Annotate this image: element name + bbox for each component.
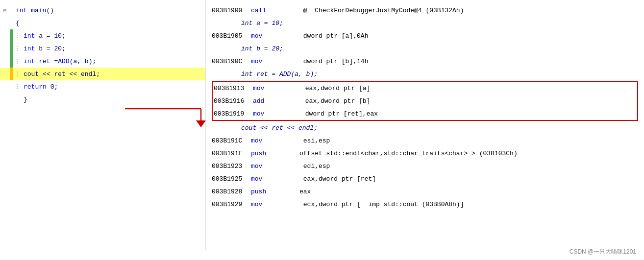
operand-2: dword ptr [a],0Ah <box>280 32 368 40</box>
operand-10: eax,dword ptr [ret] <box>280 175 376 183</box>
addr-1: 003B1900 <box>212 7 251 14</box>
addr-6: 003B1919 <box>214 110 253 118</box>
operand-12: ecx,dword ptr [ imp std::cout (03BB0A8h)… <box>280 201 464 208</box>
watermark: CSDN @一只大喵咪1201 <box>570 248 636 256</box>
line-2-content: { <box>14 17 22 29</box>
asm-src-2: int b = 20; <box>212 42 638 55</box>
code-line-1: ⊟ int main() <box>0 4 205 17</box>
op-10: mov <box>251 175 280 183</box>
asm-line-1: 003B1900 call @__CheckForDebuggerJustMyC… <box>212 4 638 17</box>
asm-line-9: 003B1923 mov edi,esp <box>212 160 638 172</box>
asm-line-4: 003B1913 mov eax,dword ptr [a] <box>214 82 636 95</box>
op-2: mov <box>251 32 280 40</box>
line-3-content: int a = 10; <box>22 29 68 42</box>
code-line-3: int a = 10; <box>0 29 205 42</box>
func-name: main() <box>31 7 54 14</box>
operand-7: esi,esp <box>280 137 330 144</box>
asm-line-8: 003B191E push offset std::endl<char,std:… <box>212 147 638 160</box>
asm-line-5: 003B1916 add eax,dword ptr [b] <box>214 95 636 107</box>
addr-7: 003B191C <box>212 137 251 144</box>
asm-src-1: int a = 10; <box>212 17 638 29</box>
red-arrow <box>125 103 206 130</box>
operand-4: eax,dword ptr [a] <box>282 85 370 92</box>
op-6: mov <box>253 110 282 118</box>
line-6-content: cout << ret << endl; <box>22 68 102 80</box>
code-line-6: cout << ret << endl; <box>0 68 205 80</box>
addr-5: 003B1916 <box>214 97 253 105</box>
addr-2: 003B1905 <box>212 32 251 40</box>
line-4-content: int b = 20; <box>22 42 68 55</box>
op-3: mov <box>251 58 280 65</box>
operand-8: offset std::endl<char,std::char_traits<c… <box>280 150 518 157</box>
code-line-2: { <box>0 17 205 29</box>
op-4: mov <box>253 85 282 92</box>
op-9: mov <box>251 163 280 170</box>
src-text-3: int ret = ADD(a, b); <box>212 71 318 78</box>
right-panel: 003B1900 call @__CheckForDebuggerJustMyC… <box>206 0 644 250</box>
op-7: mov <box>251 137 280 144</box>
asm-line-6: 003B1919 mov dword ptr [ret],eax <box>214 107 636 120</box>
asm-line-7: 003B191C mov esi,esp <box>212 134 638 147</box>
asm-src-3: int ret = ADD(a, b); <box>212 68 638 80</box>
operand-9: edi,esp <box>280 163 330 170</box>
addr-4: 003B1913 <box>214 85 253 92</box>
brace-open: { <box>16 20 20 27</box>
code-line-7: return 0; <box>0 80 205 93</box>
line-5-content: int ret = ADD(a, b); <box>22 55 98 68</box>
asm-src-4: cout << ret << endl; <box>212 121 638 134</box>
addr-12: 003B1929 <box>212 201 251 208</box>
addr-3: 003B190C <box>212 58 251 65</box>
asm-line-11: 003B1928 push eax <box>212 185 638 198</box>
op-1: call <box>251 7 280 14</box>
operand-6: dword ptr [ret],eax <box>282 110 378 118</box>
line-7-content: return 0; <box>22 80 60 93</box>
line-8-content: } <box>22 93 29 106</box>
op-11: push <box>251 188 280 195</box>
op-8: push <box>251 150 280 157</box>
operand-3: dword ptr [b],14h <box>280 58 368 65</box>
code-line-5: int ret = ADD(a, b); <box>0 55 205 68</box>
highlight-box: 003B1913 mov eax,dword ptr [a] 003B1916 … <box>212 81 638 121</box>
left-panel: ⊟ int main() { int a = 10; <box>0 0 206 250</box>
code-line-4: int b = 20; <box>0 42 205 55</box>
op-12: mov <box>251 201 280 208</box>
asm-line-3: 003B190C mov dword ptr [b],14h <box>212 55 638 68</box>
operand-11: eax <box>280 188 311 195</box>
asm-line-10: 003B1925 mov eax,dword ptr [ret] <box>212 172 638 185</box>
main-container: ⊟ int main() { int a = 10; <box>0 0 644 250</box>
line-1-content: int main() <box>14 4 56 17</box>
op-5: add <box>253 97 282 105</box>
operand-5: eax,dword ptr [b] <box>282 97 370 105</box>
keyword-int: int <box>16 7 27 14</box>
addr-11: 003B1928 <box>212 188 251 195</box>
src-text-2: int b = 20; <box>212 45 283 52</box>
addr-10: 003B1925 <box>212 175 251 183</box>
src-text-4: cout << ret << endl; <box>212 124 318 132</box>
asm-line-2: 003B1905 mov dword ptr [a],0Ah <box>212 29 638 42</box>
collapse-indicator: ⊟ <box>0 4 10 17</box>
svg-marker-2 <box>196 120 206 127</box>
brace-close: } <box>24 96 27 103</box>
src-text-1: int a = 10; <box>212 20 283 27</box>
asm-line-12: 003B1929 mov ecx,dword ptr [ imp std::co… <box>212 198 638 211</box>
addr-8: 003B191E <box>212 150 251 157</box>
operand-1: @__CheckForDebuggerJustMyCode@4 (03B132A… <box>280 7 464 14</box>
addr-9: 003B1923 <box>212 163 251 170</box>
